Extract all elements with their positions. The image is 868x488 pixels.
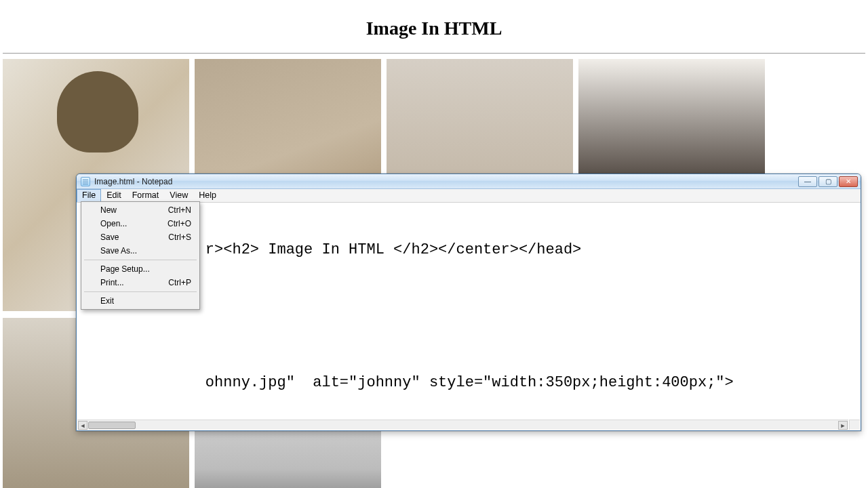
menu-item-label: Save As...: [100, 246, 137, 256]
menu-item-shortcut: Ctrl+O: [167, 219, 191, 228]
menu-item-shortcut: Ctrl+S: [168, 232, 191, 242]
page-title: Image In HTML: [0, 0, 868, 49]
scroll-grip: [849, 420, 860, 430]
window-controls: — ▢ ✕: [798, 176, 858, 187]
file-menu-save-as[interactable]: Save As...: [83, 244, 198, 258]
menu-separator: [84, 291, 197, 292]
menu-item-label: Open...: [100, 219, 127, 228]
menu-item-label: Save: [100, 232, 119, 242]
menu-view[interactable]: View: [164, 189, 193, 202]
window-title: Image.html - Notepad: [94, 177, 172, 186]
scroll-thumb[interactable]: [88, 422, 136, 429]
file-menu-exit[interactable]: Exit: [83, 294, 198, 308]
menubar: File Edit Format View Help: [77, 189, 861, 203]
menu-item-shortcut: Ctrl+P: [168, 278, 191, 287]
minimize-button[interactable]: —: [798, 176, 817, 187]
close-button[interactable]: ✕: [839, 176, 858, 187]
file-menu-open[interactable]: Open... Ctrl+O: [83, 217, 198, 230]
menu-item-label: Print...: [100, 278, 124, 287]
menu-item-label: Page Setup...: [100, 264, 150, 274]
horizontal-scrollbar[interactable]: ◄ ►: [77, 420, 848, 430]
page-hr: [3, 53, 865, 54]
menu-help[interactable]: Help: [193, 189, 222, 202]
menu-separator: [84, 260, 197, 260]
menu-item-label: New: [100, 205, 117, 215]
titlebar[interactable]: Image.html - Notepad — ▢ ✕: [77, 174, 861, 189]
file-menu-dropdown[interactable]: New Ctrl+N Open... Ctrl+O Save Ctrl+S Sa…: [81, 201, 200, 310]
menu-item-label: Exit: [100, 296, 114, 306]
file-menu-page-setup[interactable]: Page Setup...: [83, 262, 198, 276]
scroll-left-arrow-icon[interactable]: ◄: [78, 421, 87, 430]
file-menu-print[interactable]: Print... Ctrl+P: [83, 276, 198, 289]
scroll-right-arrow-icon[interactable]: ►: [838, 421, 848, 430]
file-menu-new[interactable]: New Ctrl+N: [83, 203, 198, 217]
maximize-button[interactable]: ▢: [818, 176, 837, 187]
menu-file[interactable]: File: [77, 189, 101, 202]
menu-format[interactable]: Format: [127, 189, 165, 202]
notepad-window[interactable]: Image.html - Notepad — ▢ ✕ File Edit For…: [76, 174, 861, 431]
notepad-icon: [81, 177, 90, 186]
file-menu-save[interactable]: Save Ctrl+S: [83, 230, 198, 244]
menu-item-shortcut: Ctrl+N: [168, 205, 191, 215]
menu-edit[interactable]: Edit: [101, 189, 127, 202]
code-line: ohnny.jpg" alt="johnny" style="width:350…: [80, 373, 860, 392]
